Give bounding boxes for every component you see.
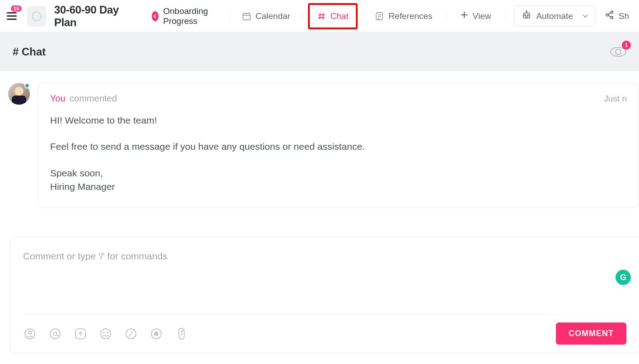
calendar-icon xyxy=(242,12,251,21)
right-actions: View Automate Sh xyxy=(441,5,635,27)
svg-line-34 xyxy=(129,331,133,336)
watcher-button[interactable]: 1 xyxy=(610,47,626,57)
automate-label: Automate xyxy=(536,11,573,21)
sub-header: # Chat 1 xyxy=(0,32,639,71)
slash-icon[interactable] xyxy=(124,327,138,341)
chevron-down-icon xyxy=(582,14,588,18)
svg-point-26 xyxy=(28,331,31,334)
watcher-count: 1 xyxy=(622,41,631,50)
tab-label: Calendar xyxy=(256,11,290,21)
svg-point-28 xyxy=(53,332,57,336)
author-action: commented xyxy=(70,93,117,103)
tab-label: Onboarding Progress xyxy=(163,6,218,26)
emoji-icon[interactable] xyxy=(99,327,112,341)
menu-badge: 15 xyxy=(11,5,22,12)
separator xyxy=(445,11,446,22)
svg-point-0 xyxy=(32,12,41,21)
tab-references[interactable]: References xyxy=(368,7,438,26)
robot-icon xyxy=(522,10,532,22)
sub-title: # Chat xyxy=(13,46,46,58)
svg-rect-1 xyxy=(243,14,250,20)
svg-point-30 xyxy=(101,329,111,339)
message-line: Speak soon, xyxy=(50,166,627,180)
composer: Comment or type '/' for commands G xyxy=(10,237,639,353)
highlight-box: Chat xyxy=(308,3,358,29)
message-time: Just n xyxy=(604,94,627,104)
comment-button[interactable]: COMMENT xyxy=(556,323,626,345)
svg-line-8 xyxy=(323,13,323,19)
tab-label: Chat xyxy=(331,11,349,21)
share-icon xyxy=(605,10,614,22)
space-icon[interactable] xyxy=(27,6,46,27)
svg-point-32 xyxy=(107,332,108,333)
svg-point-36 xyxy=(154,332,158,336)
author-name: You xyxy=(50,93,65,103)
tab-chat[interactable]: Chat xyxy=(311,7,355,26)
plus-icon xyxy=(460,11,468,21)
svg-point-31 xyxy=(103,332,104,333)
message-header: You commented Just n xyxy=(50,93,627,104)
mention-icon[interactable] xyxy=(48,327,62,341)
composer-toolbar: COMMENT xyxy=(23,314,626,345)
menu-button[interactable]: 15 xyxy=(4,7,20,25)
separator xyxy=(302,11,303,22)
message-author: You commented xyxy=(50,93,117,104)
message-card: You commented Just n HI! Welcome to the … xyxy=(38,83,639,208)
svg-point-27 xyxy=(50,329,60,339)
share-button[interactable]: Sh xyxy=(599,7,635,25)
separator xyxy=(363,11,364,22)
attachment-icon[interactable] xyxy=(175,327,188,341)
svg-point-17 xyxy=(527,15,528,16)
top-bar: 15 30-60-90 Day Plan Onboarding Progress… xyxy=(0,0,639,32)
svg-point-16 xyxy=(525,15,526,16)
chat-area: You commented Just n HI! Welcome to the … xyxy=(0,71,639,208)
automate-button[interactable]: Automate xyxy=(518,8,576,24)
view-button[interactable]: View xyxy=(454,7,498,25)
message-line: Feel free to send a message if you have … xyxy=(50,140,627,153)
share-label: Sh xyxy=(619,11,629,21)
message-line: Hiring Manager xyxy=(50,180,627,194)
avatar-wrap xyxy=(8,83,30,208)
svg-line-7 xyxy=(320,13,320,19)
automate-group: Automate xyxy=(514,5,595,27)
grammarly-icon[interactable]: G xyxy=(616,270,631,285)
separator xyxy=(505,11,506,22)
upload-icon[interactable] xyxy=(74,327,87,341)
document-icon xyxy=(375,12,384,21)
online-status-icon xyxy=(24,83,30,88)
view-label: View xyxy=(473,11,491,21)
tab-label: References xyxy=(388,11,432,21)
comment-input[interactable]: Comment or type '/' for commands xyxy=(23,251,626,314)
tab-calendar[interactable]: Calendar xyxy=(236,7,297,26)
hash-icon xyxy=(317,12,326,21)
tab-onboarding-progress[interactable]: Onboarding Progress xyxy=(145,2,224,31)
message-body: HI! Welcome to the team! Feel free to se… xyxy=(50,114,627,194)
separator xyxy=(230,11,230,22)
svg-line-24 xyxy=(608,15,611,17)
assign-icon[interactable] xyxy=(23,327,37,341)
svg-line-23 xyxy=(608,13,611,14)
tool-icons xyxy=(23,327,188,341)
back-icon xyxy=(152,11,159,21)
hamburger-icon xyxy=(7,12,17,20)
record-icon[interactable] xyxy=(149,327,163,341)
message-line: HI! Welcome to the team! xyxy=(50,114,627,127)
nav-tabs: Onboarding Progress Calendar Chat Refere… xyxy=(145,2,438,31)
automate-dropdown[interactable] xyxy=(579,9,591,23)
page-title: 30-60-90 Day Plan xyxy=(54,4,135,29)
